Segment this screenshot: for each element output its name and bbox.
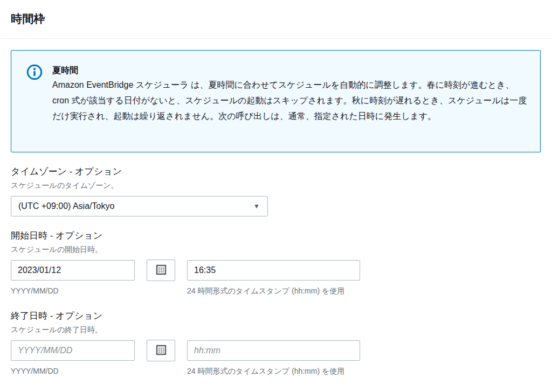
start-datetime-hints: YYYY/MM/DD 24 時間形式のタイムスタンプ (hh:mm) を使用 (11, 285, 541, 297)
timezone-label: タイムゾーン - オプション (11, 165, 541, 178)
start-date-input[interactable] (11, 260, 135, 281)
start-datetime-description: スケジュールの開始日時。 (11, 244, 541, 255)
start-datetime-label: 開始日時 - オプション (11, 229, 541, 242)
timezone-selected-value: (UTC +09:00) Asia/Tokyo (18, 201, 114, 211)
page-title: 時間枠 (11, 11, 541, 26)
start-date-format-hint: YYYY/MM/DD (11, 285, 135, 297)
timezone-description: スケジュールのタイムゾーン。 (11, 180, 541, 191)
end-datetime-description: スケジュールの終了日時。 (11, 324, 541, 335)
end-time-input[interactable] (187, 340, 360, 361)
end-date-format-hint: YYYY/MM/DD (11, 366, 135, 377)
end-datetime-label: 終了日時 - オプション (11, 310, 541, 323)
end-datetime-input-row (11, 340, 541, 361)
calendar-icon (156, 264, 167, 277)
timeframe-section: 夏時間 Amazon EventBridge スケジューラ は、夏時間に合わせて… (0, 39, 552, 377)
start-date-calendar-button[interactable] (147, 260, 175, 281)
daylight-saving-info-alert: 夏時間 Amazon EventBridge スケジューラ は、夏時間に合わせて… (11, 50, 541, 152)
info-icon (26, 64, 43, 82)
start-datetime-input-row (11, 260, 541, 281)
calendar-icon (156, 345, 167, 357)
start-datetime-field-group: 開始日時 - オプション スケジュールの開始日時。 (11, 229, 541, 297)
end-datetime-hints: YYYY/MM/DD 24 時間形式のタイムスタンプ (hh:mm) を使用 (11, 366, 541, 377)
chevron-down-icon: ▼ (253, 203, 260, 209)
end-date-input[interactable] (11, 340, 135, 361)
end-datetime-field-group: 終了日時 - オプション スケジュールの終了日時。 (11, 310, 541, 377)
alert-body: Amazon EventBridge スケジューラ は、夏時間に合わせてスケジュ… (52, 77, 530, 124)
end-time-format-hint: 24 時間形式のタイムスタンプ (hh:mm) を使用 (187, 366, 360, 377)
start-time-format-hint: 24 時間形式のタイムスタンプ (hh:mm) を使用 (187, 285, 360, 297)
alert-title: 夏時間 (52, 64, 530, 77)
timezone-select[interactable]: (UTC +09:00) Asia/Tokyo ▼ (11, 196, 268, 216)
page-header: 時間枠 (0, 0, 552, 39)
alert-content: 夏時間 Amazon EventBridge スケジューラ は、夏時間に合わせて… (52, 64, 530, 124)
start-time-input[interactable] (187, 260, 360, 281)
end-date-calendar-button[interactable] (147, 340, 175, 361)
timezone-field-group: タイムゾーン - オプション スケジュールのタイムゾーン。 (UTC +09:0… (11, 165, 541, 216)
